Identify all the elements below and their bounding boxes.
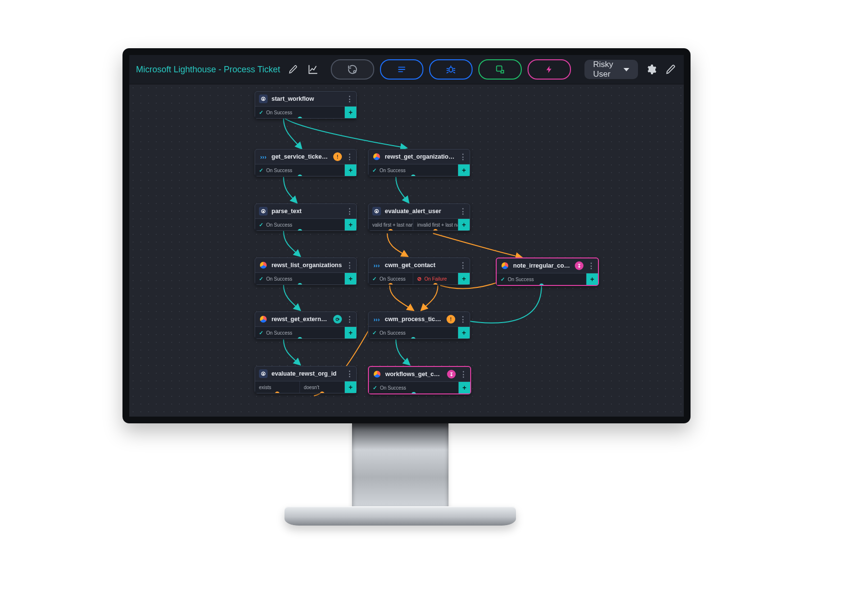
add-transition-button[interactable]: + — [458, 219, 470, 230]
notes-button[interactable] — [380, 59, 423, 80]
chevron-down-icon — [624, 68, 629, 71]
cond-on-success[interactable]: ✓On Success — [255, 273, 345, 284]
cond-exists[interactable]: exists — [255, 381, 300, 393]
node-title: note_irregular_contact — [513, 262, 571, 269]
kebab-icon[interactable]: ⋮ — [346, 261, 353, 270]
add-transition-button[interactable]: + — [345, 164, 356, 176]
cond-valid-name[interactable]: valid first + last name — [368, 219, 413, 230]
pencil-icon — [288, 65, 298, 74]
add-transition-button[interactable]: + — [345, 273, 356, 284]
subworkflow-badge: ↧ — [447, 370, 456, 379]
history-icon — [347, 64, 358, 75]
settings-button[interactable] — [645, 61, 657, 78]
cond-doesnt[interactable]: doesn't — [300, 381, 345, 393]
monitor-stand-base — [285, 506, 516, 526]
connectwise-icon: ››› — [372, 315, 381, 324]
kebab-icon[interactable]: ⋮ — [459, 315, 466, 324]
bug-icon — [446, 64, 456, 75]
workflow-canvas[interactable]: ⦿ start_workflow ⋮ ✓On Success + ››› get… — [129, 84, 684, 417]
node-evaluate-rewst-org-id[interactable]: ⦿ evaluate_rewst_org_id ⋮ exists doesn't… — [255, 366, 357, 393]
node-rewst-get-organization-va[interactable]: rewst_get_organization_va... ⋮ ✓On Succe… — [368, 149, 470, 176]
notes-icon — [396, 64, 407, 75]
kebab-icon[interactable]: ⋮ — [460, 370, 466, 379]
analytics-button[interactable] — [307, 61, 319, 78]
cond-on-success[interactable]: ✓On Success — [368, 273, 413, 284]
cond-on-success[interactable]: ✓On Success — [497, 273, 586, 285]
kebab-icon[interactable]: ⋮ — [459, 207, 466, 216]
node-cwm-process-ticket-w[interactable]: ››› cwm_process_ticket_w... ! ⋮ ✓On Succ… — [368, 311, 470, 339]
add-transition-button[interactable]: + — [458, 164, 470, 176]
rewst-icon — [501, 261, 509, 270]
add-transition-button[interactable]: + — [458, 327, 470, 338]
monitor-frame: Microsoft Lighthouse - Process Ticket — [122, 48, 691, 423]
node-evaluate-alert-user[interactable]: ⦿ evaluate_alert_user ⋮ valid first + la… — [368, 203, 470, 231]
cond-on-success[interactable]: ✓On Success — [255, 164, 345, 176]
svg-rect-2 — [497, 66, 502, 71]
kebab-icon[interactable]: ⋮ — [346, 369, 353, 379]
cond-invalid-name[interactable]: invalid first + last name — [413, 219, 458, 230]
node-title: get_service_ticket_note — [271, 153, 329, 160]
add-transition-button[interactable]: + — [586, 273, 598, 285]
node-title: cwm_process_ticket_w... — [385, 316, 443, 323]
node-title: rewst_get_external_ref... — [271, 316, 329, 323]
monitor-stand-neck — [352, 422, 448, 514]
kebab-icon[interactable]: ⋮ — [346, 315, 353, 324]
kebab-icon[interactable]: ⋮ — [346, 95, 353, 104]
edit-title-button[interactable] — [287, 61, 299, 78]
rewst-icon — [259, 315, 268, 324]
kebab-icon[interactable]: ⋮ — [587, 261, 594, 270]
add-transition-button[interactable]: + — [458, 273, 470, 284]
cond-on-success[interactable]: ✓On Success — [255, 107, 345, 118]
kebab-icon[interactable]: ⋮ — [346, 207, 353, 216]
node-start-workflow[interactable]: ⦿ start_workflow ⋮ ✓On Success + — [255, 91, 357, 119]
node-title: evaluate_alert_user — [385, 208, 455, 215]
history-button[interactable] — [331, 59, 374, 80]
node-rewst-list-organizations[interactable]: rewst_list_organizations ⋮ ✓On Success + — [255, 257, 357, 285]
node-parse-text[interactable]: ⦿ parse_text ⋮ ✓On Success + — [255, 203, 357, 231]
kebab-icon[interactable]: ⋮ — [459, 261, 466, 270]
warning-badge: ! — [333, 152, 342, 161]
export-button[interactable] — [478, 59, 522, 80]
edit-action-button[interactable] — [665, 61, 677, 78]
triggers-button[interactable] — [528, 59, 571, 80]
node-workflows-get-cwm-c[interactable]: workflows_get_cwm_c... ↧ ⋮ ✓On Success + — [368, 366, 471, 394]
node-cwm-get-contact[interactable]: ››› cwm_get_contact ⋮ ✓On Success ⊘On Fa… — [368, 257, 470, 285]
subworkflow-badge: ↧ — [575, 261, 583, 270]
add-transition-button[interactable]: + — [345, 327, 356, 338]
trigger-select[interactable]: Risky User — [584, 60, 638, 79]
add-transition-button[interactable]: + — [345, 107, 356, 118]
node-rewst-get-external-ref[interactable]: rewst_get_external_ref... ⟳ ⋮ ✓On Succes… — [255, 311, 357, 339]
connectwise-icon: ››› — [259, 152, 268, 161]
node-title: start_workflow — [271, 95, 342, 102]
node-title: parse_text — [271, 208, 342, 215]
debug-button[interactable] — [429, 59, 473, 80]
rewst-icon — [373, 370, 381, 379]
workflow-editor: Microsoft Lighthouse - Process Ticket — [129, 55, 684, 417]
cond-on-success[interactable]: ✓On Success — [369, 382, 459, 393]
cond-on-success[interactable]: ✓On Success — [255, 327, 345, 338]
cond-on-failure[interactable]: ⊘On Failure — [413, 273, 458, 284]
kebab-icon[interactable]: ⋮ — [346, 152, 353, 162]
svg-rect-1 — [449, 67, 452, 72]
core-icon: ⦿ — [259, 369, 268, 378]
core-icon: ⦿ — [259, 95, 268, 103]
kebab-icon[interactable]: ⋮ — [459, 152, 466, 162]
core-icon: ⦿ — [372, 207, 381, 216]
refresh-badge: ⟳ — [333, 315, 342, 324]
svg-point-0 — [353, 70, 356, 73]
node-note-irregular-contact[interactable]: note_irregular_contact ↧ ⋮ ✓On Success + — [496, 257, 599, 286]
cond-on-success[interactable]: ✓On Success — [368, 327, 458, 338]
cond-on-success[interactable]: ✓On Success — [255, 219, 345, 230]
warning-badge: ! — [447, 315, 455, 324]
toolbar-pill-group — [331, 59, 571, 80]
pencil-icon — [665, 64, 676, 75]
cond-on-success[interactable]: ✓On Success — [368, 164, 458, 176]
add-transition-button[interactable]: + — [345, 219, 356, 230]
node-title: rewst_get_organization_va... — [385, 153, 455, 160]
core-icon: ⦿ — [259, 207, 268, 216]
node-get-service-ticket-note[interactable]: ››› get_service_ticket_note ! ⋮ ✓On Succ… — [255, 149, 357, 176]
workflow-title: Microsoft Lighthouse - Process Ticket — [136, 65, 280, 75]
chart-icon — [308, 64, 318, 75]
add-transition-button[interactable]: + — [345, 381, 356, 393]
add-transition-button[interactable]: + — [459, 382, 470, 393]
